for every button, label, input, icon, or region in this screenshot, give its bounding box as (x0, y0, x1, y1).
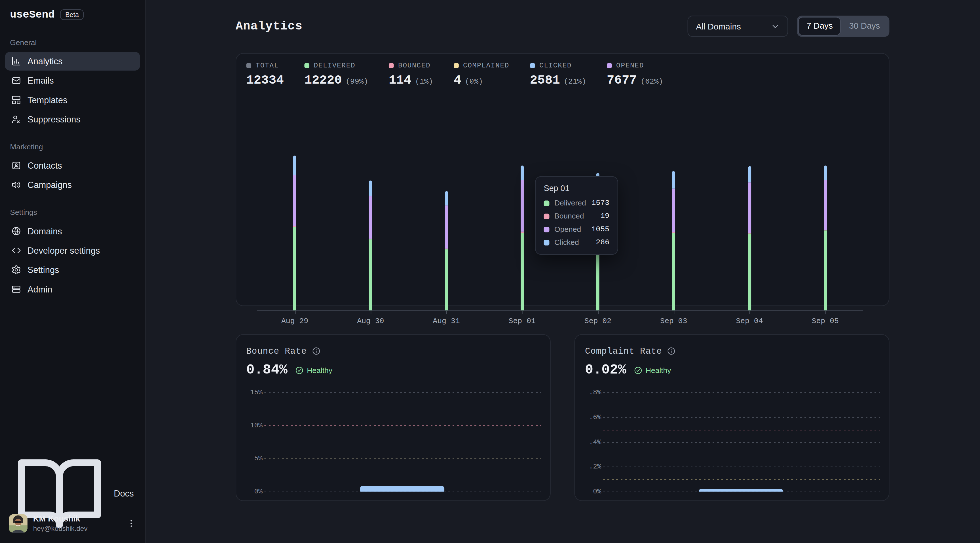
bar-segment-opened (293, 175, 296, 226)
stat-color-dot (454, 63, 459, 68)
info-icon[interactable] (312, 347, 320, 356)
rate-bar[interactable] (699, 489, 783, 492)
complaint-rate-card: Complaint Rate 0.02% Healthy .8%.6%.4%.2… (574, 334, 889, 501)
bar-segment-opened (824, 180, 827, 230)
bounce-rate-chart: 15%10%5%0% (246, 392, 541, 491)
x-axis-label: Sep 05 (797, 317, 853, 325)
tooltip-row-value: 1573 (591, 198, 609, 208)
screenshot-root: useSend Beta GeneralAnalyticsEmailsTempl… (0, 0, 980, 543)
header-controls: All Domains 7 Days30 Days (688, 16, 889, 37)
sidebar-item-domains[interactable]: Domains (5, 222, 140, 240)
stat-label: OPENED (616, 62, 644, 69)
sidebar-item-campaigns[interactable]: Campaigns (5, 175, 140, 194)
sidebar-item-admin[interactable]: Admin (5, 280, 140, 298)
bar-segment-clicked (520, 166, 524, 180)
bounce-rate-title-row: Bounce Rate (236, 335, 550, 356)
bar-segment-clicked (824, 166, 827, 180)
logo-row: useSend Beta (5, 9, 140, 21)
bar-sep-04[interactable] (748, 166, 751, 311)
tooltip-row-label: Clicked (554, 238, 591, 247)
complaint-rate-chart: .8%.6%.4%.2%0% (585, 392, 880, 491)
user-email: hey@koushik.dev (33, 524, 121, 533)
bar-sep-01[interactable] (520, 166, 524, 311)
domain-filter-select[interactable]: All Domains (688, 16, 788, 37)
gridline-0: 0% (585, 492, 880, 492)
x-axis-label: Sep 03 (646, 317, 702, 325)
sidebar-item-analytics[interactable]: Analytics (5, 52, 140, 71)
range-option-7-days[interactable]: 7 Days (799, 17, 841, 36)
email-events-chart-card: TOTAL12334DELIVERED12220(99%)BOUNCED114(… (235, 53, 889, 306)
tooltip-color-chip (544, 226, 550, 232)
bar-segment-opened (748, 183, 751, 233)
stat-complained: COMPLAINED4(0%) (454, 62, 509, 87)
sidebar-item-label: Domains (27, 226, 62, 236)
sidebar-item-label: Admin (27, 284, 52, 294)
bounce-rate-title: Bounce Rate (246, 346, 307, 356)
complaint-rate-value: 0.02% (585, 362, 627, 378)
user-x-icon (11, 114, 21, 124)
tooltip-row-delivered: Delivered1573 (544, 198, 609, 208)
stat-clicked: CLICKED2581(21%) (530, 62, 586, 87)
complaint-rate-title: Complaint Rate (585, 346, 662, 356)
bar-aug-29[interactable] (293, 156, 296, 311)
x-axis-label: Aug 29 (267, 317, 323, 325)
gridline-6: .6% (585, 417, 880, 418)
sidebar-section-label: Settings (10, 208, 135, 217)
main-content: Analytics All Domains 7 Days30 Days TOTA… (146, 0, 980, 543)
x-axis-label: Sep 02 (570, 317, 626, 325)
stat-label: TOTAL (256, 62, 279, 69)
bar-aug-30[interactable] (369, 181, 372, 310)
domain-filter-value: All Domains (696, 22, 741, 31)
x-axis-label: Sep 04 (721, 317, 778, 325)
stat-percent: (99%) (346, 77, 368, 86)
stat-color-dot (246, 63, 251, 68)
threshold-line (264, 459, 541, 459)
chart-tooltip: Sep 01 Delivered1573Bounced19Opened1055C… (535, 176, 618, 255)
user-meta: KM Koushik hey@koushik.dev (33, 514, 121, 533)
bar-sep-05[interactable] (824, 166, 827, 311)
sidebar-item-developer-settings[interactable]: Developer settings (5, 241, 140, 260)
info-icon[interactable] (667, 347, 676, 356)
x-axis-tick (295, 311, 296, 314)
threshold-line (603, 479, 880, 480)
stat-color-dot (304, 63, 309, 68)
user-name: KM Koushik (33, 514, 121, 524)
bar-segment-clicked (672, 171, 675, 189)
bar-segment-clicked (293, 156, 296, 175)
chevron-down-icon (771, 22, 780, 31)
gridline-dashes (603, 392, 880, 393)
tooltip-title: Sep 01 (544, 184, 609, 193)
sidebar-item-suppressions[interactable]: Suppressions (5, 110, 140, 129)
bar-aug-31[interactable] (445, 191, 448, 311)
rate-bar[interactable] (360, 486, 445, 492)
y-axis-label: .6% (585, 413, 601, 421)
complaint-rate-title-row: Complaint Rate (575, 335, 889, 356)
layout-template-icon (11, 95, 21, 105)
bar-segment-clicked (445, 191, 448, 206)
sidebar-item-contacts[interactable]: Contacts (5, 156, 140, 175)
ellipsis-vertical-icon[interactable] (126, 519, 136, 529)
user-menu[interactable]: KM Koushik hey@koushik.dev (5, 512, 140, 536)
bar-segment-delivered (520, 233, 524, 311)
sidebar-item-settings[interactable]: Settings (5, 260, 140, 279)
tooltip-row-bounced: Bounced19 (544, 212, 609, 221)
sidebar-item-emails[interactable]: Emails (5, 71, 140, 90)
bar-sep-03[interactable] (672, 171, 675, 310)
bounce-rate-card: Bounce Rate 0.84% Healthy 15%10%5%0% (235, 334, 551, 501)
bar-segment-opened (672, 189, 675, 232)
gridline-2: .2% (585, 467, 880, 467)
x-axis-tick (674, 311, 674, 314)
sidebar-item-docs[interactable]: Docs (5, 484, 140, 503)
stat-label: DELIVERED (313, 62, 355, 69)
tooltip-row-label: Opened (554, 225, 586, 233)
sidebar: useSend Beta GeneralAnalyticsEmailsTempl… (0, 0, 146, 543)
tooltip-row-value: 286 (596, 238, 609, 247)
range-option-30-days[interactable]: 30 Days (841, 17, 888, 36)
usesend-app: useSend Beta GeneralAnalyticsEmailsTempl… (0, 0, 980, 543)
sidebar-item-templates[interactable]: Templates (5, 90, 140, 110)
y-axis-label: 0% (585, 488, 601, 495)
y-axis-label: 0% (246, 488, 262, 495)
avatar (9, 514, 27, 533)
bar-segment-opened (445, 205, 448, 248)
gridline-15: 15% (246, 392, 541, 393)
